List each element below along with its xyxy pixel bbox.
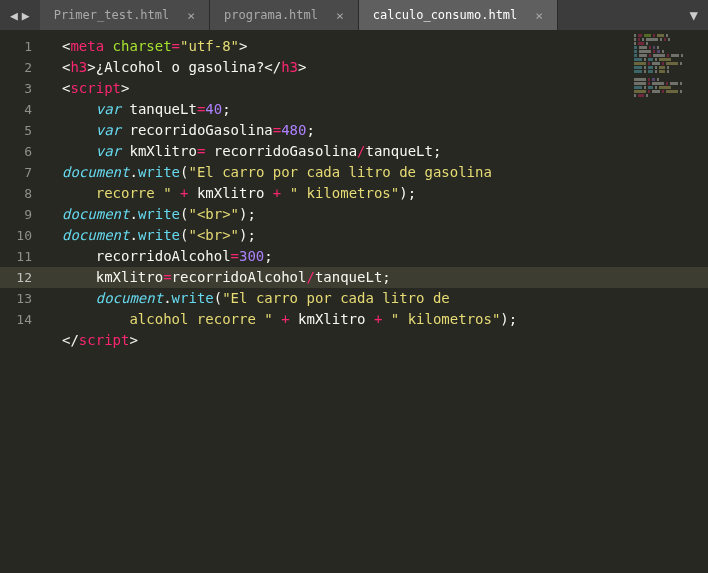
code-line[interactable]: document.write("El carro por cada litro … <box>48 288 708 309</box>
code-line[interactable]: <script> <box>48 78 708 99</box>
code-line[interactable]: recorre " + kmXlitro + " kilometros"); <box>48 183 708 204</box>
line-number: 14 <box>0 309 48 330</box>
tab-overflow-dropdown[interactable]: ▼ <box>680 0 708 30</box>
tab-2[interactable]: calculo_consumo.html× <box>359 0 558 30</box>
code-line[interactable]: </script> <box>48 330 708 351</box>
code-line[interactable]: document.write("<br>"); <box>48 225 708 246</box>
line-number-gutter: 1234567891011121314 <box>0 30 48 573</box>
tab-1[interactable]: programa.html× <box>210 0 359 30</box>
line-number: 2 <box>0 57 48 78</box>
close-icon[interactable]: × <box>187 8 195 23</box>
code-line[interactable]: var tanqueLt=40; <box>48 99 708 120</box>
line-number: 3 <box>0 78 48 99</box>
tabs: Primer_test.html×programa.html×calculo_c… <box>40 0 680 30</box>
line-number: 12 <box>0 267 48 288</box>
line-number: 1 <box>0 36 48 57</box>
nav-arrows: ◀ ▶ <box>0 0 40 30</box>
titlebar: ◀ ▶ Primer_test.html×programa.html×calcu… <box>0 0 708 30</box>
line-number: 7 <box>0 162 48 183</box>
editor[interactable]: 1234567891011121314 <meta charset="utf-8… <box>0 30 708 573</box>
code-line[interactable]: document.write("El carro por cada litro … <box>48 162 708 183</box>
line-number: 13 <box>0 288 48 309</box>
code-area[interactable]: <meta charset="utf-8"><h3>¿Alcohol o gas… <box>48 30 708 573</box>
line-number: 4 <box>0 99 48 120</box>
close-icon[interactable]: × <box>336 8 344 23</box>
code-line[interactable]: recorridoAlcohol=300; <box>48 246 708 267</box>
tab-label: calculo_consumo.html <box>373 8 518 22</box>
tab-label: programa.html <box>224 8 318 22</box>
code-line[interactable]: <meta charset="utf-8"> <box>48 36 708 57</box>
line-number: 6 <box>0 141 48 162</box>
code-line[interactable]: document.write("<br>"); <box>48 204 708 225</box>
line-number: 5 <box>0 120 48 141</box>
line-number: 10 <box>0 225 48 246</box>
code-line[interactable]: var kmXlitro= recorridoGasolina/tanqueLt… <box>48 141 708 162</box>
code-line[interactable]: alcohol recorre " + kmXlitro + " kilomet… <box>48 309 708 330</box>
close-icon[interactable]: × <box>535 8 543 23</box>
line-number: 11 <box>0 246 48 267</box>
code-line[interactable]: kmXlitro=recorridoAlcohol/tanqueLt; <box>48 267 708 288</box>
code-line[interactable]: var recorridoGasolina=480; <box>48 120 708 141</box>
line-number: 8 <box>0 183 48 204</box>
nav-back-icon[interactable]: ◀ <box>8 8 20 23</box>
tab-label: Primer_test.html <box>54 8 170 22</box>
chevron-down-icon: ▼ <box>690 7 698 23</box>
code-line[interactable]: <h3>¿Alcohol o gasolina?</h3> <box>48 57 708 78</box>
line-number: 9 <box>0 204 48 225</box>
nav-forward-icon[interactable]: ▶ <box>20 8 32 23</box>
tab-0[interactable]: Primer_test.html× <box>40 0 210 30</box>
